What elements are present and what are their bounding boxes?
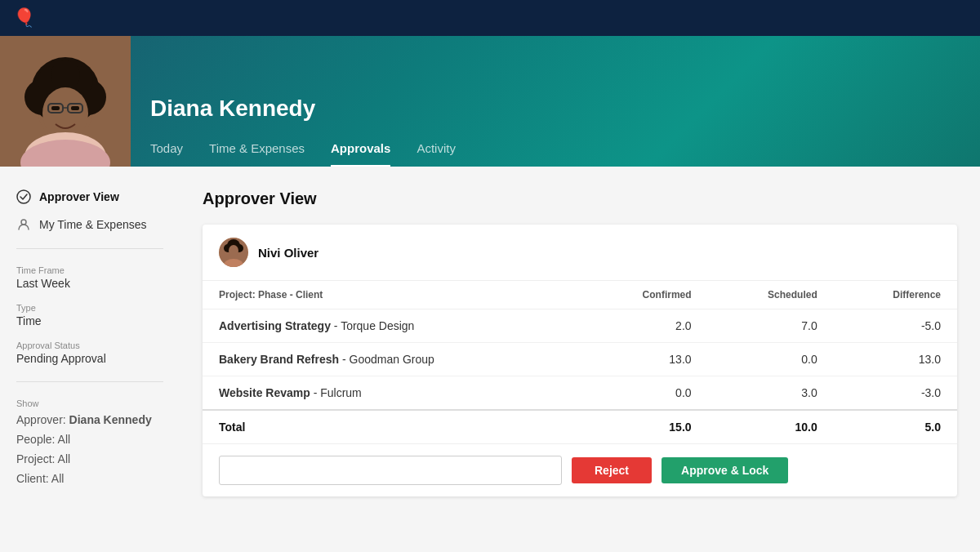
project-cell: Bakery Brand Refresh - Goodman Group: [203, 343, 582, 376]
approve-lock-button[interactable]: Approve & Lock: [662, 457, 788, 483]
scheduled-cell: 0.0: [708, 343, 834, 376]
tab-approvals[interactable]: Approvals: [331, 141, 390, 167]
table-row: Bakery Brand Refresh - Goodman Group 13.…: [203, 343, 957, 376]
svg-point-18: [17, 190, 30, 203]
svg-point-25: [229, 245, 238, 256]
col-scheduled: Scheduled: [708, 281, 834, 309]
client-name: - Torque Design: [334, 319, 415, 332]
total-label: Total: [203, 410, 582, 443]
approver-label: Approver:: [16, 413, 66, 426]
page-title: Approver View: [203, 189, 957, 208]
col-difference: Difference: [834, 281, 957, 309]
person-name: Nivi Oliver: [258, 246, 318, 260]
top-bar: 🎈: [0, 0, 980, 36]
tab-today[interactable]: Today: [150, 141, 183, 167]
project-name: Advertising Strategy: [219, 319, 331, 332]
my-time-label: My Time & Expenses: [39, 218, 147, 231]
project-cell: Advertising Strategy - Torque Design: [203, 309, 582, 343]
total-row: Total 15.0 10.0 5.0: [203, 410, 957, 443]
people-row: People: All: [0, 430, 180, 449]
approval-table: Project: Phase - Client Confirmed Schedu…: [203, 281, 957, 443]
time-frame-label: Time Frame: [0, 259, 180, 277]
person-icon: [16, 217, 31, 232]
reject-button[interactable]: Reject: [572, 457, 652, 483]
total-scheduled: 10.0: [708, 410, 834, 443]
sidebar-divider-2: [16, 381, 163, 382]
client-row: Client: All: [0, 469, 180, 488]
project-cell: Website Revamp - Fulcrum: [203, 376, 582, 411]
svg-rect-12: [71, 106, 79, 110]
col-confirmed: Confirmed: [582, 281, 707, 309]
profile-header: Diana Kennedy Today Time & Expenses Appr…: [0, 36, 980, 167]
sidebar-item-approver-view[interactable]: Approver View: [0, 183, 180, 211]
sidebar-divider-1: [16, 248, 163, 249]
show-label: Show: [0, 392, 180, 410]
type-value[interactable]: Time: [0, 314, 180, 334]
col-project: Project: Phase - Client: [203, 281, 582, 309]
reject-reason-input[interactable]: [219, 456, 562, 485]
approval-status-label: Approval Status: [0, 334, 180, 352]
sidebar: Approver View My Time & Expenses Time Fr…: [0, 167, 180, 552]
time-frame-value[interactable]: Last Week: [0, 277, 180, 296]
table-row: Website Revamp - Fulcrum 0.0 3.0 -3.0: [203, 376, 957, 411]
confirmed-cell: 13.0: [582, 343, 707, 376]
confirmed-cell: 2.0: [582, 309, 707, 343]
type-label: Type: [0, 296, 180, 314]
content-area: Approver View: [180, 167, 980, 552]
project-name: Website Revamp: [219, 386, 310, 399]
scheduled-cell: 3.0: [708, 376, 834, 411]
scheduled-cell: 7.0: [708, 309, 834, 343]
approver-row: Approver: Diana Kennedy: [0, 410, 180, 430]
svg-point-10: [42, 87, 88, 140]
client-name: - Fulcrum: [314, 386, 362, 399]
approval-card: Nivi Oliver Project: Phase - Client Conf…: [203, 225, 957, 496]
difference-cell: 13.0: [834, 343, 957, 376]
difference-cell: -5.0: [834, 309, 957, 343]
confirmed-cell: 0.0: [582, 376, 707, 411]
tab-time-expenses[interactable]: Time & Expenses: [209, 141, 305, 167]
main-layout: Approver View My Time & Expenses Time Fr…: [0, 167, 980, 552]
profile-avatar: [0, 36, 131, 167]
sidebar-item-my-time[interactable]: My Time & Expenses: [0, 211, 180, 238]
tab-activity[interactable]: Activity: [416, 141, 456, 167]
total-difference: 5.0: [834, 410, 957, 443]
approver-view-label: Approver View: [39, 190, 119, 203]
client-name: - Goodman Group: [342, 353, 434, 366]
approval-status-value[interactable]: Pending Approval: [0, 352, 180, 372]
total-confirmed: 15.0: [582, 410, 707, 443]
profile-tabs: Today Time & Expenses Approvals Activity: [150, 141, 960, 167]
difference-cell: -3.0: [834, 376, 957, 411]
card-footer: Reject Approve & Lock: [203, 443, 957, 496]
balloon-icon: 🎈: [13, 7, 35, 29]
approver-value: Diana Kennedy: [69, 413, 152, 426]
table-row: Advertising Strategy - Torque Design 2.0…: [203, 309, 957, 343]
project-name: Bakery Brand Refresh: [219, 353, 339, 366]
project-row: Project: All: [0, 449, 180, 469]
profile-info: Diana Kennedy Today Time & Expenses Appr…: [131, 79, 980, 167]
profile-name: Diana Kennedy: [150, 96, 960, 122]
person-avatar: [219, 238, 248, 267]
svg-point-19: [21, 220, 26, 225]
svg-rect-11: [51, 106, 60, 110]
card-header: Nivi Oliver: [203, 225, 957, 281]
svg-point-9: [51, 60, 80, 90]
check-circle-icon: [16, 189, 31, 204]
